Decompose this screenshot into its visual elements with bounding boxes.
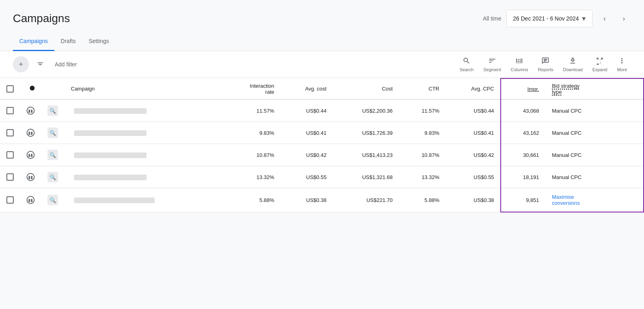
row-avg-cost: US$0.38	[281, 188, 333, 212]
prev-date-button[interactable]: ‹	[597, 11, 612, 26]
row-checkbox-cell	[0, 144, 20, 166]
row-avg-cpc: US$0.44	[446, 99, 501, 122]
add-filter-label: Add filter	[55, 61, 77, 68]
more-action-label: More	[617, 67, 627, 72]
filter-icon	[37, 60, 44, 69]
chevron-down-icon: ▾	[582, 14, 586, 23]
row-cost: US$221.70	[333, 188, 399, 212]
row-ctr: 5.88%	[399, 188, 446, 212]
row-campaign-name-cell	[64, 99, 224, 122]
row-checkbox[interactable]	[6, 107, 14, 114]
row-status-cell: ▮▮	[20, 99, 41, 122]
col-header-status	[20, 78, 41, 99]
row-checkbox[interactable]	[6, 151, 14, 159]
row-type-icon-cell: 🔍	[41, 99, 64, 122]
row-type-icon-cell: 🔍	[41, 166, 64, 188]
tab-campaigns[interactable]: Campaigns	[13, 32, 54, 51]
row-status-cell: ▮▮	[20, 188, 41, 212]
more-action-button[interactable]: More	[613, 54, 631, 74]
col-header-bid-strategy: Bid strategytype	[545, 78, 644, 99]
maximise-conversions-link[interactable]: Maximiseconversions	[552, 194, 580, 206]
col-header-type	[41, 78, 64, 99]
toolbar-right: Search Segment Columns Reports	[456, 54, 631, 74]
expand-icon	[596, 57, 604, 66]
all-time-label: All time	[483, 15, 502, 22]
row-avg-cpc: US$0.41	[446, 122, 501, 144]
status-circle-icon	[30, 86, 35, 91]
row-campaign-name-cell	[64, 122, 224, 144]
row-ctr: 13.32%	[399, 166, 446, 188]
row-checkbox[interactable]	[6, 129, 14, 136]
date-picker-button[interactable]: 26 Dec 2021 - 6 Nov 2024 ▾	[506, 10, 592, 27]
header-checkbox[interactable]	[6, 85, 14, 93]
row-interaction-rate: 5.88%	[224, 188, 281, 212]
row-avg-cpc: US$0.38	[446, 188, 501, 212]
row-checkbox[interactable]	[6, 173, 14, 181]
pause-icon: ▮▮	[27, 151, 35, 159]
row-checkbox-cell	[0, 122, 20, 144]
reports-icon	[541, 57, 549, 66]
segment-action-label: Segment	[483, 67, 501, 72]
columns-action-button[interactable]: Columns	[507, 54, 532, 74]
row-bid-strategy: Manual CPC	[545, 166, 644, 188]
row-campaign-name-cell	[64, 188, 224, 212]
campaigns-table: Campaign Interactionrate Avg. cost Cost …	[0, 78, 644, 212]
row-cost: US$1,413.23	[333, 144, 399, 166]
row-impr: 30,661	[501, 144, 545, 166]
row-avg-cpc: US$0.55	[446, 166, 501, 188]
campaign-name-bar	[74, 152, 147, 158]
row-interaction-rate: 10.87%	[224, 144, 281, 166]
row-avg-cost: US$0.41	[281, 122, 333, 144]
segment-icon	[488, 57, 496, 66]
row-interaction-rate: 13.32%	[224, 166, 281, 188]
table-row: ▮▮ 🔍 9.83% US$0.41 US$1,726.39 9.83% US$…	[0, 122, 644, 144]
date-range-value: 26 Dec 2021 - 6 Nov 2024	[513, 15, 579, 22]
search-type-icon: 🔍	[47, 105, 58, 116]
row-checkbox[interactable]	[6, 196, 14, 204]
row-bid-strategy: Manual CPC	[545, 99, 644, 122]
pause-icon: ▮▮	[27, 107, 35, 115]
row-interaction-rate: 11.57%	[224, 99, 281, 122]
row-avg-cost: US$0.42	[281, 144, 333, 166]
add-filter-button[interactable]: Add filter	[52, 58, 80, 71]
filter-button[interactable]	[32, 56, 48, 72]
expand-action-button[interactable]: Expand	[588, 54, 611, 74]
search-type-icon: 🔍	[47, 195, 58, 205]
more-icon	[618, 57, 626, 66]
col-header-avg-cpc: Avg. CPC	[446, 78, 501, 99]
tab-drafts[interactable]: Drafts	[54, 32, 82, 51]
row-bid-strategy: Maximiseconversions	[545, 188, 644, 212]
segment-action-button[interactable]: Segment	[479, 54, 505, 74]
row-impr: 43,162	[501, 122, 545, 144]
row-interaction-rate: 9.83%	[224, 122, 281, 144]
pause-icon: ▮▮	[27, 129, 35, 137]
columns-action-label: Columns	[511, 67, 528, 72]
table-row: ▮▮ 🔍 5.88% US$0.38 US$221.70 5.88% US$0.…	[0, 188, 644, 212]
campaign-name-bar	[74, 175, 147, 180]
row-campaign-name-cell	[64, 144, 224, 166]
col-header-cost: Cost	[333, 78, 399, 99]
row-ctr: 11.57%	[399, 99, 446, 122]
row-avg-cost: US$0.44	[281, 99, 333, 122]
search-action-button[interactable]: Search	[456, 54, 478, 74]
col-header-interaction-rate: Interactionrate	[224, 78, 281, 99]
row-status-cell: ▮▮	[20, 144, 41, 166]
toolbar-left: + Add filter	[13, 56, 80, 72]
add-button[interactable]: +	[13, 56, 29, 72]
plus-icon: +	[19, 60, 23, 69]
row-cost: US$1,321.68	[333, 166, 399, 188]
table-row: ▮▮ 🔍 13.32% US$0.55 US$1,321.68 13.32% U…	[0, 166, 644, 188]
tab-settings[interactable]: Settings	[82, 32, 116, 51]
row-impr: 18,191	[501, 166, 545, 188]
pause-icon: ▮▮	[27, 196, 35, 204]
columns-icon	[515, 57, 523, 66]
next-date-button[interactable]: ›	[617, 11, 631, 26]
col-header-campaign: Campaign	[64, 78, 224, 99]
reports-action-button[interactable]: Reports	[534, 54, 557, 74]
download-action-button[interactable]: Download	[559, 54, 587, 74]
search-action-label: Search	[460, 67, 474, 72]
search-type-icon: 🔍	[47, 128, 58, 138]
row-impr: 9,851	[501, 188, 545, 212]
download-icon	[569, 57, 577, 66]
row-campaign-name-cell	[64, 166, 224, 188]
